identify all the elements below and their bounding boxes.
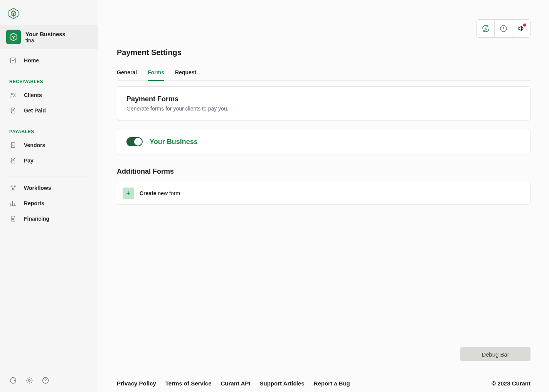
nav-vendors[interactable]: Vendors	[0, 137, 98, 153]
tabs: General Forms Request	[117, 66, 530, 81]
footer-link-support[interactable]: Support Articles	[259, 380, 304, 387]
section-receivables: RECEIVABLES	[0, 72, 98, 87]
nav-reports[interactable]: Reports	[0, 196, 98, 211]
svg-point-8	[29, 380, 30, 382]
nav-reports-label: Reports	[24, 200, 44, 206]
default-form-toggle[interactable]	[126, 137, 143, 146]
nav-clients[interactable]: Clients	[0, 87, 98, 103]
tab-request[interactable]: Request	[175, 66, 196, 80]
svg-text:$: $	[485, 27, 487, 31]
nav-home[interactable]: Home	[0, 53, 98, 68]
create-form-label: Create new form	[140, 190, 180, 196]
currency-refresh-button[interactable]: $	[477, 20, 495, 37]
nav-workflows-label: Workflows	[24, 185, 51, 191]
line-chart-icon	[9, 57, 17, 64]
svg-point-1	[12, 93, 13, 95]
page-title: Payment Settings	[117, 48, 530, 57]
nav-get-paid-label: Get Paid	[24, 107, 46, 114]
svg-point-2	[14, 93, 15, 94]
business-switcher[interactable]: Your Business tina	[0, 25, 98, 49]
nav-financing[interactable]: Financing	[0, 211, 98, 226]
footer-link-terms[interactable]: Terms of Service	[165, 380, 212, 387]
notification-dot	[523, 23, 526, 27]
bar-chart-icon	[9, 199, 17, 207]
nav-clients-label: Clients	[24, 92, 42, 98]
workflow-icon	[9, 184, 17, 192]
footer-link-api[interactable]: Curant API	[221, 380, 251, 387]
payment-forms-subtitle: Generate forms for your clients to pay y…	[126, 106, 521, 112]
footer-link-bug[interactable]: Report a Bug	[314, 380, 350, 387]
tab-general[interactable]: General	[117, 66, 137, 80]
svg-point-3	[11, 186, 12, 187]
plus-icon	[123, 188, 134, 199]
nav-home-label: Home	[24, 57, 39, 64]
help-button[interactable]	[42, 377, 49, 386]
section-payables: PAYABLES	[0, 122, 98, 137]
footer-link-privacy[interactable]: Privacy Policy	[117, 380, 156, 387]
tab-forms[interactable]: Forms	[148, 66, 164, 81]
invoice-out-icon	[9, 157, 17, 164]
business-name: Your Business	[25, 31, 66, 37]
svg-point-5	[13, 189, 14, 190]
svg-point-4	[14, 186, 15, 187]
alert-button[interactable]	[495, 20, 512, 37]
receipt-icon	[9, 141, 17, 149]
nav-get-paid[interactable]: Get Paid	[0, 103, 98, 118]
business-user: tina	[25, 37, 66, 44]
nav-vendors-label: Vendors	[24, 142, 45, 148]
main: $ Payment Settings General Forms Request…	[98, 0, 549, 392]
debug-bar-button[interactable]: Debug Bar	[460, 347, 530, 361]
business-avatar	[6, 30, 21, 44]
payment-forms-title: Payment Forms	[126, 95, 521, 103]
users-icon	[9, 91, 17, 99]
logout-button[interactable]	[9, 377, 17, 386]
invoice-in-icon	[9, 107, 17, 114]
settings-button[interactable]	[25, 377, 33, 386]
financing-icon	[9, 215, 17, 223]
topbar: $	[477, 19, 530, 38]
default-form-label: Your Business	[150, 138, 198, 146]
nav-financing-label: Financing	[24, 216, 49, 222]
announcements-button[interactable]	[512, 20, 530, 37]
nav-pay[interactable]: Pay	[0, 153, 98, 168]
footer: Privacy Policy Terms of Service Curant A…	[117, 375, 530, 387]
nav-workflows[interactable]: Workflows	[0, 180, 98, 196]
footer-copyright: © 2023 Curant	[492, 380, 530, 387]
create-form-button[interactable]: Create new form	[117, 182, 530, 205]
default-form-row[interactable]: Your Business	[117, 129, 530, 154]
sidebar: Your Business tina Home RECEIVABLES Clie…	[0, 0, 98, 392]
nav-pay-label: Pay	[24, 157, 34, 164]
payment-forms-card: Payment Forms Generate forms for your cl…	[117, 86, 530, 121]
additional-forms-title: Additional Forms	[117, 168, 530, 176]
brand-logo[interactable]	[0, 0, 98, 25]
